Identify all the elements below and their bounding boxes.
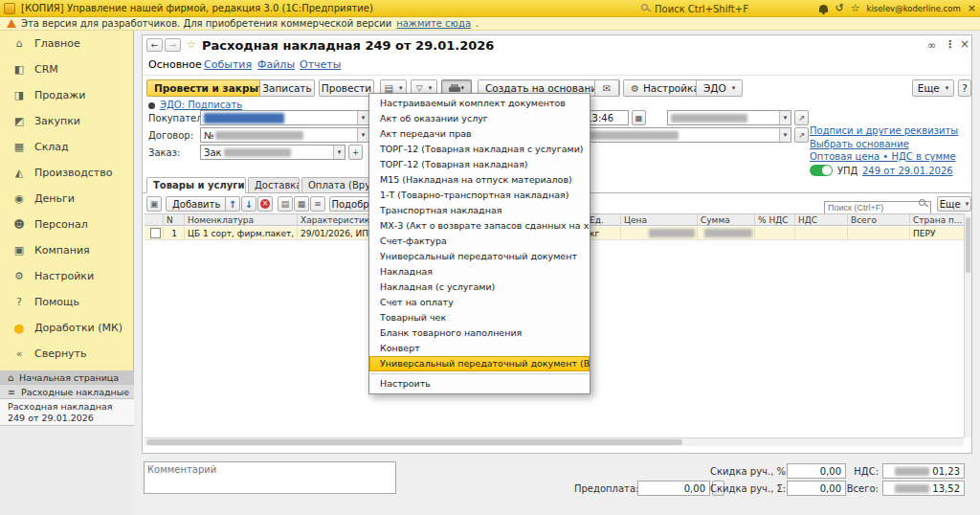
add-row-button[interactable]: Добавить (166, 196, 227, 212)
contract-right-field[interactable] (560, 127, 791, 143)
print-menu-item[interactable]: Универсальный передаточный документ (369, 249, 590, 264)
sidebar-item-collapse[interactable]: «Свернуть (0, 341, 133, 367)
comment-input[interactable] (144, 461, 396, 494)
rows-tool-button[interactable]: ▤ (278, 196, 293, 212)
back-button[interactable]: ← (146, 38, 163, 52)
print-menu-settings[interactable]: Настроить (369, 376, 590, 392)
buy-commercial-link[interactable]: нажмите сюда (396, 18, 471, 29)
print-menu-item[interactable]: Акт об оказании услуг (369, 111, 590, 126)
sidebar-item-staff[interactable]: ☻Персонал (0, 212, 133, 237)
settings-button[interactable]: ⚙Настройка (623, 79, 707, 97)
print-menu-item[interactable]: Настраиваемый комплект документов (369, 96, 590, 111)
table-header-vat[interactable]: НДС (795, 213, 848, 226)
print-menu-item[interactable]: 1-Т (Товарно-транспортная накладная) (369, 188, 590, 203)
row-select-cell[interactable] (145, 227, 164, 240)
upd-document-link[interactable]: 249 от 29.01.2026 (862, 166, 953, 176)
print-menu-item[interactable]: Бланк товарного наполнения (369, 325, 590, 341)
nav-invoices-list[interactable]: ≡ Расходные накладные (0, 385, 134, 399)
order-field[interactable]: Зак (200, 145, 345, 160)
user-email[interactable]: kiselev@koderline.com (867, 4, 961, 13)
tab-files[interactable]: Файлы (257, 58, 295, 71)
edo-send-button[interactable]: ✉ (594, 79, 619, 97)
print-menu-item[interactable]: Накладная (369, 264, 590, 280)
edo-button[interactable]: ЭДО (696, 79, 743, 97)
sidebar-item-mods[interactable]: ●Доработки (МК) (0, 315, 133, 341)
copy-row-button[interactable]: ▣ (146, 196, 162, 212)
post-button[interactable]: Провести (319, 79, 374, 97)
print-menu-item[interactable]: МХ-3 (Акт о возврате запасов сданных на … (369, 218, 590, 234)
sidebar-item-warehouse[interactable]: ▦Склад (0, 134, 133, 160)
notifications-bell-icon[interactable] (819, 5, 828, 12)
discount-sum-field[interactable]: 0,00 (787, 481, 846, 496)
delete-row-button[interactable]: × (257, 196, 273, 212)
table-horizontal-scrollbar[interactable] (145, 437, 964, 446)
nav-home-page[interactable]: ⌂ Начальная страница (0, 370, 134, 385)
tab-reports[interactable]: Отчеты (300, 58, 341, 71)
sidebar-item-main[interactable]: ⌂Главное (0, 31, 133, 56)
sidebar-item-company[interactable]: ▣Компания (0, 237, 133, 263)
calendar-button[interactable]: ▦ (632, 110, 646, 125)
favorite-star-icon[interactable]: ☆ (187, 38, 196, 51)
table-header-vat-pct[interactable]: % НДС (755, 213, 795, 226)
contract-dropdown-icon[interactable] (357, 128, 368, 142)
help-button[interactable]: ? (958, 79, 971, 97)
print-menu-item[interactable]: Счет на оплату (369, 295, 590, 310)
organization-dropdown-icon[interactable] (779, 111, 791, 124)
order-add-button[interactable]: + (348, 145, 363, 160)
save-button[interactable]: Записать (259, 79, 315, 97)
table-header-unit[interactable]: Ед. (587, 213, 621, 226)
table-header-n[interactable]: N (164, 213, 185, 226)
nav-current-document[interactable]: Расходная накладная 249 от 29.01.2026 (0, 399, 134, 426)
print-menu-item[interactable]: Конверт (369, 341, 590, 356)
total-field[interactable]: 13,52 (882, 481, 965, 496)
signatures-link[interactable]: Подписи и другие реквизиты (810, 125, 958, 136)
sidebar-item-settings[interactable]: ⚙Настройки (0, 263, 133, 289)
favorites-star-icon[interactable]: ☆ (851, 0, 860, 17)
history-icon[interactable]: ↺ (835, 0, 843, 17)
get-link-icon[interactable]: ∞ (927, 39, 936, 52)
global-search[interactable]: Поиск Ctrl+Shift+F (641, 2, 748, 15)
sidebar-item-help[interactable]: ?Помощь (0, 289, 133, 315)
forward-button[interactable]: → (165, 38, 181, 52)
table-more-button[interactable]: Еще (937, 196, 971, 212)
subtab-delivery[interactable]: Доставка (248, 177, 300, 193)
sidebar-item-production[interactable]: ◭Производство (0, 160, 133, 186)
vertical-scroll-thumb[interactable] (966, 217, 970, 273)
table-header-price[interactable]: Цена (621, 213, 698, 226)
vat-field[interactable]: 01,23 (882, 463, 965, 479)
price-type-link[interactable]: Оптовая цена • НДС в сумме (810, 151, 956, 162)
contract-field[interactable]: № (200, 127, 369, 143)
print-menu-item[interactable]: Счет-фактура (369, 234, 590, 249)
table-header-total[interactable]: Всего (848, 213, 910, 226)
edo-sign-link[interactable]: ЭДО: Подписать (160, 100, 242, 110)
move-up-button[interactable]: ↑ (225, 196, 240, 212)
table-header-characteristic[interactable]: Характеристика (298, 213, 369, 226)
order-dropdown-icon[interactable] (333, 146, 345, 159)
organization-field[interactable] (667, 110, 791, 125)
print-menu-item-highlighted[interactable]: Универсальный передаточный документ (Вне… (369, 356, 590, 371)
sidebar-item-money[interactable]: ◉Деньги (0, 186, 133, 212)
tab-main[interactable]: Основное (148, 58, 202, 71)
print-menu-item[interactable]: Акт передачи прав (369, 126, 590, 142)
print-menu-item[interactable]: ТОРГ-12 (Товарная накладная с услугами) (369, 142, 590, 157)
tab-events[interactable]: События (204, 58, 252, 71)
sidebar-item-crm[interactable]: ◧CRM (0, 56, 133, 82)
table-header-sum[interactable]: Сумма (698, 213, 755, 226)
contract-right-dropdown-icon[interactable] (779, 128, 791, 142)
discount-pct-field[interactable]: 0,00 (787, 463, 846, 479)
more-button[interactable]: Еще (912, 79, 954, 97)
print-menu-item[interactable]: Транспортная накладная (369, 203, 590, 218)
table-header-nomenclature[interactable]: Номенклатура (185, 213, 298, 226)
kebab-menu-icon[interactable]: ⋮ (945, 38, 955, 51)
horizontal-scroll-thumb[interactable] (146, 439, 682, 445)
sidebar-item-sales[interactable]: ◨Продажи (0, 82, 133, 108)
titlebar-close-icon[interactable]: × (968, 0, 976, 17)
print-menu-item[interactable]: Товарный чек (369, 310, 590, 325)
buyer-field[interactable] (200, 110, 369, 125)
contract-open-button[interactable]: ↗ (794, 127, 809, 143)
grid-tool-button[interactable]: ▦ (294, 196, 309, 212)
buyer-dropdown-icon[interactable] (357, 111, 368, 124)
subtab-goods[interactable]: Товары и услуги (1) (146, 177, 246, 193)
close-document-icon[interactable]: × (960, 37, 969, 51)
choose-basis-link[interactable]: Выбрать основание (810, 139, 909, 149)
